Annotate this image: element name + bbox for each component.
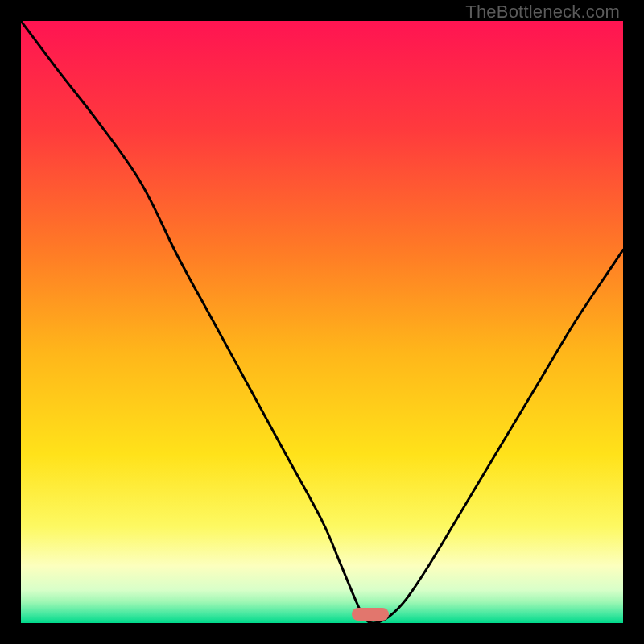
optimal-point-marker	[352, 608, 389, 621]
gradient-background	[21, 21, 623, 623]
watermark-text: TheBottleneck.com	[465, 2, 620, 23]
plot-frame	[21, 21, 623, 623]
bottleneck-chart	[21, 21, 623, 623]
